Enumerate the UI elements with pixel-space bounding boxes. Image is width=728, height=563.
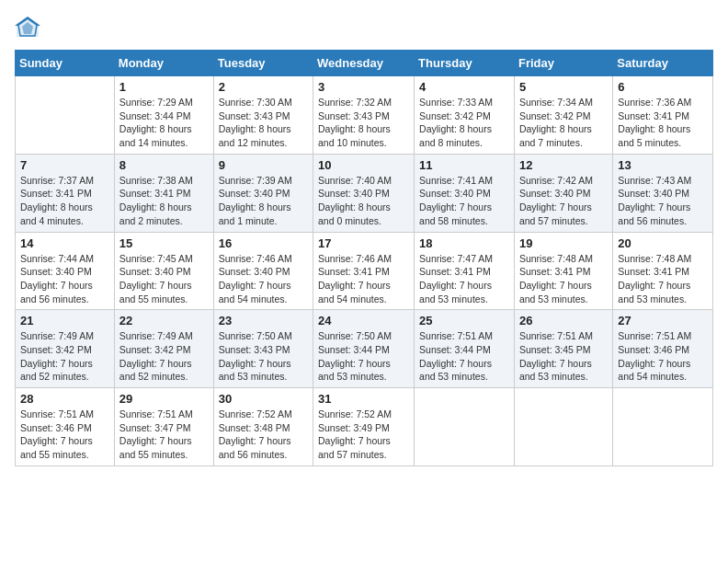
calendar-week-row: 7Sunrise: 7:37 AMSunset: 3:41 PMDaylight… bbox=[16, 154, 713, 232]
calendar-cell: 20Sunrise: 7:48 AMSunset: 3:41 PMDayligh… bbox=[613, 232, 713, 310]
day-info: Sunrise: 7:43 AMSunset: 3:40 PMDaylight:… bbox=[618, 174, 708, 228]
calendar-cell: 19Sunrise: 7:48 AMSunset: 3:41 PMDayligh… bbox=[514, 232, 612, 310]
day-number: 29 bbox=[119, 392, 209, 406]
calendar-cell: 25Sunrise: 7:51 AMSunset: 3:44 PMDayligh… bbox=[415, 310, 515, 388]
calendar-cell: 24Sunrise: 7:50 AMSunset: 3:44 PMDayligh… bbox=[313, 310, 415, 388]
calendar-cell: 8Sunrise: 7:38 AMSunset: 3:41 PMDaylight… bbox=[114, 154, 213, 232]
calendar-cell: 1Sunrise: 7:29 AMSunset: 3:44 PMDaylight… bbox=[114, 76, 213, 155]
calendar-cell: 10Sunrise: 7:40 AMSunset: 3:40 PMDayligh… bbox=[313, 154, 415, 232]
day-info: Sunrise: 7:46 AMSunset: 3:40 PMDaylight:… bbox=[219, 252, 308, 306]
header-day: Tuesday bbox=[213, 51, 313, 76]
day-number: 26 bbox=[519, 314, 608, 327]
day-info: Sunrise: 7:45 AMSunset: 3:40 PMDaylight:… bbox=[119, 252, 209, 306]
calendar-cell bbox=[514, 388, 612, 466]
day-number: 5 bbox=[519, 80, 608, 94]
calendar-cell: 18Sunrise: 7:47 AMSunset: 3:41 PMDayligh… bbox=[415, 232, 515, 310]
header-day: Friday bbox=[514, 51, 612, 76]
calendar-cell bbox=[16, 76, 115, 155]
calendar-cell: 7Sunrise: 7:37 AMSunset: 3:41 PMDaylight… bbox=[16, 154, 115, 232]
calendar-cell: 2Sunrise: 7:30 AMSunset: 3:43 PMDaylight… bbox=[213, 76, 313, 155]
day-number: 11 bbox=[419, 158, 509, 172]
day-info: Sunrise: 7:48 AMSunset: 3:41 PMDaylight:… bbox=[519, 252, 608, 306]
calendar-cell bbox=[613, 388, 713, 466]
calendar-cell: 12Sunrise: 7:42 AMSunset: 3:40 PMDayligh… bbox=[514, 154, 612, 232]
day-info: Sunrise: 7:52 AMSunset: 3:49 PMDaylight:… bbox=[318, 408, 409, 462]
calendar-cell: 14Sunrise: 7:44 AMSunset: 3:40 PMDayligh… bbox=[16, 232, 115, 310]
header-day: Thursday bbox=[415, 51, 515, 76]
day-info: Sunrise: 7:51 AMSunset: 3:46 PMDaylight:… bbox=[20, 408, 109, 462]
day-info: Sunrise: 7:50 AMSunset: 3:43 PMDaylight:… bbox=[219, 329, 308, 384]
day-number: 31 bbox=[318, 392, 409, 406]
day-info: Sunrise: 7:52 AMSunset: 3:48 PMDaylight:… bbox=[219, 408, 308, 462]
day-number: 28 bbox=[20, 392, 109, 406]
day-info: Sunrise: 7:49 AMSunset: 3:42 PMDaylight:… bbox=[119, 329, 209, 384]
calendar-cell: 22Sunrise: 7:49 AMSunset: 3:42 PMDayligh… bbox=[114, 310, 213, 388]
day-number: 13 bbox=[618, 158, 708, 172]
day-number: 12 bbox=[519, 158, 608, 172]
calendar-cell: 26Sunrise: 7:51 AMSunset: 3:45 PMDayligh… bbox=[514, 310, 612, 388]
calendar-cell: 28Sunrise: 7:51 AMSunset: 3:46 PMDayligh… bbox=[16, 388, 115, 466]
day-number: 23 bbox=[219, 314, 308, 327]
day-number: 16 bbox=[219, 236, 308, 250]
day-info: Sunrise: 7:46 AMSunset: 3:41 PMDaylight:… bbox=[318, 252, 409, 306]
day-number: 2 bbox=[219, 80, 308, 94]
day-number: 30 bbox=[219, 392, 308, 406]
header-day: Saturday bbox=[613, 51, 713, 76]
calendar-week-row: 1Sunrise: 7:29 AMSunset: 3:44 PMDaylight… bbox=[16, 76, 713, 155]
calendar-cell: 13Sunrise: 7:43 AMSunset: 3:40 PMDayligh… bbox=[613, 154, 713, 232]
day-info: Sunrise: 7:36 AMSunset: 3:41 PMDaylight:… bbox=[618, 96, 708, 150]
calendar-cell: 6Sunrise: 7:36 AMSunset: 3:41 PMDaylight… bbox=[613, 76, 713, 155]
calendar-cell: 30Sunrise: 7:52 AMSunset: 3:48 PMDayligh… bbox=[213, 388, 313, 466]
day-info: Sunrise: 7:39 AMSunset: 3:40 PMDaylight:… bbox=[219, 174, 308, 228]
header-day: Monday bbox=[114, 51, 213, 76]
calendar-cell: 5Sunrise: 7:34 AMSunset: 3:42 PMDaylight… bbox=[514, 76, 612, 155]
day-number: 20 bbox=[618, 236, 708, 250]
day-info: Sunrise: 7:30 AMSunset: 3:43 PMDaylight:… bbox=[219, 96, 308, 150]
day-info: Sunrise: 7:51 AMSunset: 3:44 PMDaylight:… bbox=[419, 329, 509, 384]
calendar-cell bbox=[415, 388, 515, 466]
calendar-week-row: 14Sunrise: 7:44 AMSunset: 3:40 PMDayligh… bbox=[16, 232, 713, 310]
calendar-week-row: 28Sunrise: 7:51 AMSunset: 3:46 PMDayligh… bbox=[16, 388, 713, 466]
day-number: 15 bbox=[119, 236, 209, 250]
day-number: 9 bbox=[219, 158, 308, 172]
day-number: 24 bbox=[318, 314, 409, 327]
day-info: Sunrise: 7:37 AMSunset: 3:41 PMDaylight:… bbox=[20, 174, 109, 228]
calendar-cell: 4Sunrise: 7:33 AMSunset: 3:42 PMDaylight… bbox=[415, 76, 515, 155]
calendar-cell: 17Sunrise: 7:46 AMSunset: 3:41 PMDayligh… bbox=[313, 232, 415, 310]
day-number: 10 bbox=[318, 158, 409, 172]
day-info: Sunrise: 7:49 AMSunset: 3:42 PMDaylight:… bbox=[20, 329, 109, 384]
calendar-cell: 3Sunrise: 7:32 AMSunset: 3:43 PMDaylight… bbox=[313, 76, 415, 155]
day-info: Sunrise: 7:51 AMSunset: 3:47 PMDaylight:… bbox=[119, 408, 209, 462]
calendar-cell: 11Sunrise: 7:41 AMSunset: 3:40 PMDayligh… bbox=[415, 154, 515, 232]
day-number: 4 bbox=[419, 80, 509, 94]
day-info: Sunrise: 7:48 AMSunset: 3:41 PMDaylight:… bbox=[618, 252, 708, 306]
day-number: 22 bbox=[119, 314, 209, 327]
day-info: Sunrise: 7:42 AMSunset: 3:40 PMDaylight:… bbox=[519, 174, 608, 228]
day-info: Sunrise: 7:41 AMSunset: 3:40 PMDaylight:… bbox=[419, 174, 509, 228]
day-info: Sunrise: 7:33 AMSunset: 3:42 PMDaylight:… bbox=[419, 96, 509, 150]
header-day: Sunday bbox=[16, 51, 115, 76]
logo-icon bbox=[15, 15, 40, 40]
day-number: 19 bbox=[519, 236, 608, 250]
calendar-cell: 23Sunrise: 7:50 AMSunset: 3:43 PMDayligh… bbox=[213, 310, 313, 388]
day-info: Sunrise: 7:51 AMSunset: 3:46 PMDaylight:… bbox=[618, 329, 708, 384]
day-number: 17 bbox=[318, 236, 409, 250]
day-number: 6 bbox=[618, 80, 708, 94]
logo bbox=[15, 15, 44, 40]
day-info: Sunrise: 7:51 AMSunset: 3:45 PMDaylight:… bbox=[519, 329, 608, 384]
day-number: 1 bbox=[119, 80, 209, 94]
calendar-table: SundayMondayTuesdayWednesdayThursdayFrid… bbox=[15, 50, 713, 466]
day-info: Sunrise: 7:44 AMSunset: 3:40 PMDaylight:… bbox=[20, 252, 109, 306]
day-info: Sunrise: 7:32 AMSunset: 3:43 PMDaylight:… bbox=[318, 96, 409, 150]
day-info: Sunrise: 7:29 AMSunset: 3:44 PMDaylight:… bbox=[119, 96, 209, 150]
calendar-week-row: 21Sunrise: 7:49 AMSunset: 3:42 PMDayligh… bbox=[16, 310, 713, 388]
calendar-cell: 31Sunrise: 7:52 AMSunset: 3:49 PMDayligh… bbox=[313, 388, 415, 466]
day-info: Sunrise: 7:38 AMSunset: 3:41 PMDaylight:… bbox=[119, 174, 209, 228]
calendar-cell: 27Sunrise: 7:51 AMSunset: 3:46 PMDayligh… bbox=[613, 310, 713, 388]
calendar-cell: 21Sunrise: 7:49 AMSunset: 3:42 PMDayligh… bbox=[16, 310, 115, 388]
day-info: Sunrise: 7:50 AMSunset: 3:44 PMDaylight:… bbox=[318, 329, 409, 384]
day-number: 18 bbox=[419, 236, 509, 250]
day-info: Sunrise: 7:40 AMSunset: 3:40 PMDaylight:… bbox=[318, 174, 409, 228]
day-number: 3 bbox=[318, 80, 409, 94]
calendar-cell: 16Sunrise: 7:46 AMSunset: 3:40 PMDayligh… bbox=[213, 232, 313, 310]
